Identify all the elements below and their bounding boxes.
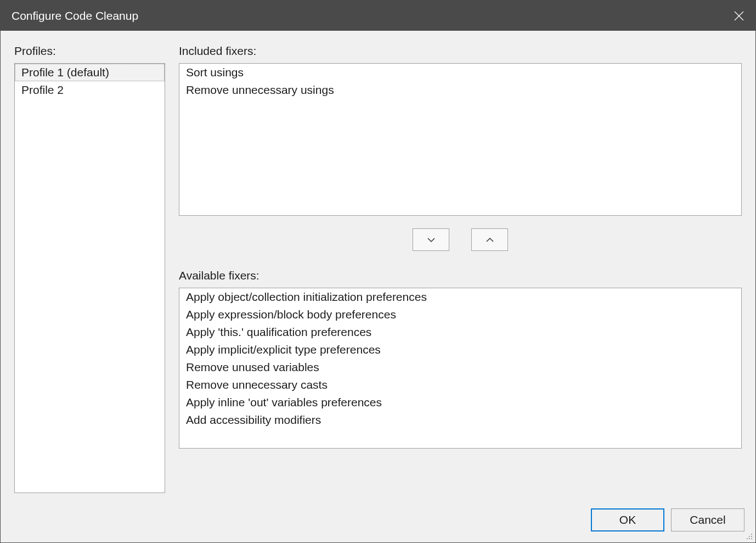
profiles-label: Profiles:	[14, 44, 165, 58]
window-title: Configure Code Cleanup	[12, 9, 138, 23]
titlebar: Configure Code Cleanup	[1, 1, 755, 31]
available-fixers-label: Available fixers:	[179, 269, 742, 282]
included-fixer-item[interactable]: Sort usings	[179, 64, 741, 81]
chevron-down-icon	[427, 237, 436, 243]
dialog-window: Configure Code Cleanup Profiles: Profile…	[0, 0, 756, 543]
profiles-listbox[interactable]: Profile 1 (default)Profile 2	[14, 63, 165, 493]
available-fixer-item[interactable]: Add accessibility modifiers	[179, 411, 741, 429]
available-fixer-item[interactable]: Remove unused variables	[179, 359, 741, 376]
ok-button[interactable]: OK	[591, 508, 664, 531]
fixers-column: Included fixers: Sort usingsRemove unnec…	[179, 44, 742, 493]
available-fixer-item[interactable]: Apply inline 'out' variables preferences	[179, 394, 741, 411]
profiles-column: Profiles: Profile 1 (default)Profile 2	[14, 44, 165, 493]
chevron-up-icon	[486, 237, 494, 243]
dialog-content: Profiles: Profile 1 (default)Profile 2 I…	[1, 31, 755, 503]
profile-item[interactable]: Profile 2	[15, 81, 165, 99]
profile-item[interactable]: Profile 1 (default)	[15, 64, 165, 81]
close-icon	[734, 11, 744, 21]
move-up-button[interactable]	[471, 228, 508, 251]
included-fixer-item[interactable]: Remove unnecessary usings	[179, 81, 741, 99]
included-fixers-label: Included fixers:	[179, 44, 742, 58]
available-fixer-item[interactable]: Apply implicit/explicit type preferences	[179, 341, 741, 359]
close-button[interactable]	[723, 1, 755, 31]
cancel-button[interactable]: Cancel	[671, 508, 744, 531]
available-fixer-item[interactable]: Remove unnecessary casts	[179, 376, 741, 394]
available-fixer-item[interactable]: Apply 'this.' qualification preferences	[179, 323, 741, 341]
included-fixers-listbox[interactable]: Sort usingsRemove unnecessary usings	[179, 63, 742, 216]
move-buttons-row	[179, 228, 742, 251]
move-down-button[interactable]	[413, 228, 449, 251]
dialog-footer: OK Cancel	[1, 503, 755, 542]
available-fixers-listbox[interactable]: Apply object/collection initialization p…	[179, 288, 742, 449]
available-fixer-item[interactable]: Apply expression/block body preferences	[179, 306, 741, 323]
available-fixer-item[interactable]: Apply object/collection initialization p…	[179, 288, 741, 306]
